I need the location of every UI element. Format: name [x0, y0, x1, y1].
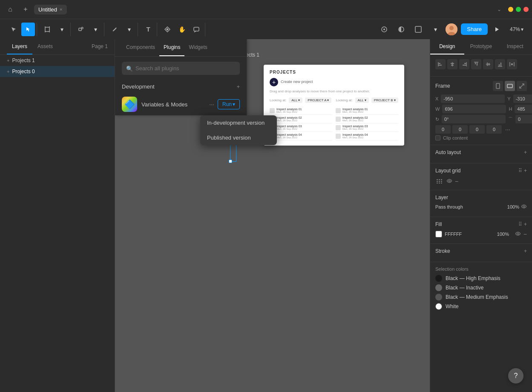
frame-icon-2: +	[7, 69, 9, 74]
maximize-button[interactable]	[516, 7, 521, 12]
svg-rect-11	[415, 26, 421, 32]
frame-type-resize[interactable]	[517, 81, 527, 91]
proj-select-b[interactable]: PROJECT B ▾	[371, 97, 398, 103]
tab-prototype[interactable]: Prototype	[464, 39, 498, 54]
frame-type-landscape[interactable]	[505, 81, 515, 91]
multiplayer-icon[interactable]	[411, 23, 425, 36]
tab-assets[interactable]: Assets	[32, 39, 58, 54]
frame-type-portrait[interactable]	[493, 81, 503, 91]
tool-text[interactable]: T	[141, 23, 155, 36]
align-left[interactable]	[435, 59, 446, 69]
run-plugin-button[interactable]: Run ▾	[218, 99, 240, 109]
avatar	[446, 23, 457, 35]
rotation-input[interactable]	[442, 115, 506, 123]
add-plugin-icon[interactable]: +	[236, 83, 240, 90]
corner-br[interactable]	[486, 125, 502, 134]
tool-comment[interactable]	[190, 23, 203, 36]
chevron-down-icon[interactable]: ⌄	[497, 6, 501, 12]
proj-select-all[interactable]: ALL ▾	[289, 97, 302, 103]
layer-item-projects0[interactable]: + Projects 0	[0, 66, 115, 77]
align-top[interactable]	[471, 59, 481, 69]
distribute-h[interactable]	[507, 59, 517, 69]
new-tab-button[interactable]: +	[20, 4, 31, 14]
plugin-more-icon[interactable]: ···	[209, 101, 214, 108]
add-fill[interactable]: +	[524, 221, 527, 227]
more-corner-options[interactable]: ···	[505, 126, 510, 133]
tool-hand[interactable]: ✋	[175, 23, 189, 36]
corner-bl[interactable]	[469, 125, 485, 134]
align-bottom[interactable]	[495, 59, 505, 69]
plugins-icon[interactable]	[377, 23, 391, 36]
tool-shape[interactable]	[74, 23, 88, 36]
grid-dots-icon[interactable]	[435, 177, 444, 186]
color-swatch-2[interactable]	[435, 284, 442, 291]
multiplayer-dropdown[interactable]: ▾	[428, 23, 442, 36]
blend-mode-selector[interactable]: Pass through	[435, 204, 463, 209]
close-window-button[interactable]	[523, 7, 529, 12]
proj-select-all2[interactable]: ALL ▾	[355, 97, 369, 103]
tool-select[interactable]	[21, 23, 35, 36]
layer-item-projects1[interactable]: + Projects 1	[0, 55, 115, 66]
help-button[interactable]: ?	[508, 368, 523, 383]
tool-move[interactable]	[7, 23, 20, 36]
grid-move-icon[interactable]: ⠿	[518, 168, 522, 174]
add-auto-layout[interactable]: +	[524, 149, 527, 155]
svg-rect-35	[511, 63, 513, 65]
fill-opacity-value[interactable]: 100%	[497, 232, 512, 237]
w-input[interactable]	[442, 105, 506, 113]
sel-handle-bl[interactable]	[229, 160, 232, 163]
layer-visibility-icon[interactable]	[521, 204, 527, 210]
add-stroke[interactable]: +	[524, 248, 527, 254]
zoom-control[interactable]: 47% ▾	[506, 26, 527, 32]
plugin-logo: 🔷	[122, 97, 137, 112]
corner-tr[interactable]	[452, 125, 468, 134]
tool-shape-dropdown[interactable]: ▾	[89, 23, 102, 36]
tool-pen[interactable]	[108, 23, 121, 36]
tool-frame-dropdown[interactable]: ▾	[55, 23, 69, 36]
plugin-search-input[interactable]	[122, 62, 240, 75]
play-button[interactable]	[491, 23, 503, 35]
add-grid[interactable]: +	[524, 168, 527, 174]
remove-fill[interactable]: −	[523, 231, 527, 237]
corner-tl[interactable]	[435, 125, 451, 134]
radius-input[interactable]	[515, 115, 532, 123]
tab-plugins[interactable]: Plugins	[159, 39, 184, 56]
proj-select-a[interactable]: PROJECT A ▾	[305, 97, 331, 103]
tab-widgets[interactable]: Widgets	[184, 39, 211, 56]
canvas[interactable]: Components Plugins Widgets 🔍 Development…	[115, 39, 430, 392]
x-input[interactable]	[441, 94, 505, 103]
dropdown-item-published[interactable]: Published version	[200, 130, 277, 145]
minimize-button[interactable]	[508, 7, 513, 12]
h-input[interactable]	[515, 105, 532, 113]
proj-new-btn[interactable]: +	[270, 78, 278, 86]
dropdown-item-dev[interactable]: In-development version	[200, 115, 277, 130]
tool-pen-dropdown[interactable]: ▾	[122, 23, 136, 36]
home-icon[interactable]: ⌂	[3, 3, 17, 16]
align-center-v[interactable]	[483, 59, 493, 69]
remove-grid[interactable]: −	[455, 178, 458, 185]
layer-name-projects0: Projects 0	[12, 69, 35, 74]
share-button[interactable]: Share	[461, 23, 488, 35]
color-swatch-4[interactable]	[435, 303, 442, 310]
clip-checkbox[interactable]	[435, 135, 440, 140]
tab-inspect[interactable]: Inspect	[498, 39, 532, 54]
fill-hex-value[interactable]: FFFFFF	[445, 232, 495, 237]
fill-visibility-icon[interactable]	[515, 231, 521, 237]
title-tab[interactable]: Untitled ×	[34, 5, 67, 14]
color-swatch-1[interactable]	[435, 275, 442, 282]
close-tab-icon[interactable]: ×	[60, 7, 62, 12]
theme-toggle[interactable]	[394, 23, 408, 36]
fill-color-swatch[interactable]	[435, 231, 442, 237]
align-right[interactable]	[459, 59, 469, 69]
tab-layers[interactable]: Layers	[7, 39, 32, 54]
y-input[interactable]	[513, 94, 532, 103]
tab-components[interactable]: Components	[122, 39, 159, 56]
grid-visibility-icon[interactable]	[446, 178, 452, 184]
tab-design[interactable]: Design	[430, 39, 464, 54]
align-center-h[interactable]	[447, 59, 457, 69]
fill-move-icon[interactable]: ⠿	[518, 221, 522, 227]
color-swatch-3[interactable]	[435, 294, 442, 300]
tool-frame[interactable]	[40, 23, 54, 36]
frame-icon: +	[7, 58, 9, 63]
tool-component[interactable]	[161, 23, 174, 36]
